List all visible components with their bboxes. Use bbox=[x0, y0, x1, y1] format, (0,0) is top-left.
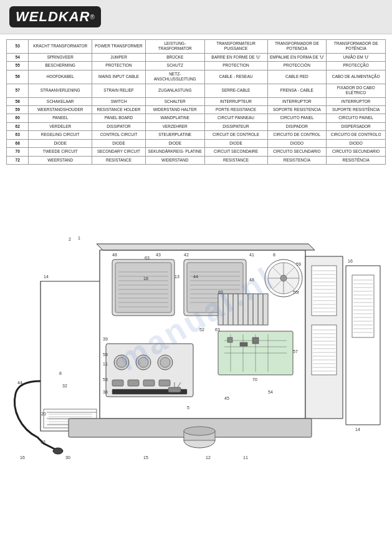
table-cell-4: BARRE EN FORME DE 'U' bbox=[204, 53, 267, 61]
table-cell-6: RESISTÊNCIA bbox=[327, 156, 386, 164]
table-row: 58SCHAKELAARSWITCHSCHALTERINTERRUPTEURIN… bbox=[7, 97, 386, 105]
table-cell-0: 68 bbox=[7, 139, 29, 147]
table-cell-0: 63 bbox=[7, 131, 29, 139]
header: WELDKAR® bbox=[0, 0, 392, 34]
svg-text:2: 2 bbox=[69, 237, 71, 241]
svg-text:38: 38 bbox=[103, 390, 108, 394]
svg-text:8: 8 bbox=[273, 253, 275, 257]
table-cell-1: VERDELER bbox=[29, 122, 92, 130]
table-cell-2: CONTROL CIRCUIT bbox=[92, 131, 146, 139]
table-cell-0: 62 bbox=[7, 122, 29, 130]
svg-text:30: 30 bbox=[65, 455, 70, 460]
table-cell-4: PORTE RESISTANCE bbox=[204, 105, 267, 114]
svg-text:20: 20 bbox=[41, 412, 46, 416]
parts-table: 53KRACHT TRANSFORMATORPOWER TRANSFORMERL… bbox=[6, 39, 386, 165]
svg-text:11: 11 bbox=[243, 455, 248, 460]
svg-text:70: 70 bbox=[252, 377, 257, 382]
table-row: 59WEERSTANDSHOUDERRESISTANCE HOLDERWIDER… bbox=[7, 105, 386, 114]
svg-text:48: 48 bbox=[249, 278, 254, 282]
svg-text:59: 59 bbox=[103, 352, 108, 357]
table-cell-1: WEERSTAND bbox=[29, 156, 92, 164]
table-cell-3: WIDERSTAND HALTER bbox=[145, 105, 204, 114]
table-cell-4: CIRCUIT DE CONTROLE bbox=[204, 131, 267, 139]
table-cell-4: TRANSFORMATEUR PUISSANCE bbox=[204, 40, 267, 54]
table-cell-6: CABO DE ALIMENTAÇÃO bbox=[327, 70, 386, 84]
svg-text:44: 44 bbox=[17, 380, 22, 385]
table-cell-3: SEKUNDÄRKREIS- PLATINE bbox=[145, 148, 204, 156]
table-cell-4: CIRCUIT PANNEAU bbox=[204, 114, 267, 122]
table-cell-6: DISPERSADOR bbox=[327, 122, 386, 130]
svg-rect-90 bbox=[159, 380, 170, 386]
table-row: 56HOOFDKABELMAINS INPUT CABLENETZ- ANSCH… bbox=[7, 70, 386, 84]
table-cell-4: DIODE bbox=[204, 139, 267, 147]
svg-text:13: 13 bbox=[174, 274, 179, 279]
table-cell-3: WIDERSTAND bbox=[145, 156, 204, 164]
table-cell-3: LEISTUNG- TRASFORMATOR bbox=[145, 40, 204, 54]
table-cell-1: SCHAKELAAR bbox=[29, 97, 92, 105]
table-cell-1: HOOFDKABEL bbox=[29, 70, 92, 84]
table-cell-4: RESISTANCE bbox=[204, 156, 267, 164]
table-cell-0: 70 bbox=[7, 148, 29, 156]
table-cell-5: EMPALME EN FORMA DE 'U' bbox=[267, 53, 327, 61]
svg-text:53: 53 bbox=[103, 377, 108, 382]
svg-text:14: 14 bbox=[355, 427, 360, 432]
table-cell-6: TRANSFORMADOR DE POTÊNCIA bbox=[327, 40, 386, 54]
table-row: 63REGELING CIRCUITCONTROL CIRCUITSTEUERP… bbox=[7, 131, 386, 139]
table-cell-5: DISIPADOR bbox=[267, 122, 327, 130]
svg-rect-101 bbox=[240, 342, 247, 346]
svg-rect-53 bbox=[115, 263, 171, 312]
table-cell-1: KRACHT TRANSFORMATOR bbox=[29, 40, 92, 54]
table-cell-3: NETZ- ANSCHLUSSLEITUNG bbox=[145, 70, 204, 84]
table-row: 53KRACHT TRANSFORMATORPOWER TRANSFORMERL… bbox=[7, 40, 386, 54]
svg-text:63: 63 bbox=[145, 256, 150, 260]
table-cell-3: SCHUTZ bbox=[145, 62, 204, 70]
svg-text:43: 43 bbox=[156, 253, 161, 257]
table-row: 62VERDELERDISSIPATORVERZEHRERDISSIPATEUR… bbox=[7, 122, 386, 130]
svg-rect-88 bbox=[128, 380, 139, 386]
table-cell-2: RESISTANCE HOLDER bbox=[92, 105, 146, 114]
table-cell-3: DIODE bbox=[145, 139, 204, 147]
svg-point-113 bbox=[53, 448, 63, 454]
table-cell-3: WANDPLATINE bbox=[145, 114, 204, 122]
table-cell-3: STEUERPLATINE bbox=[145, 131, 204, 139]
table-cell-2: JUMPER bbox=[92, 53, 146, 61]
svg-text:8: 8 bbox=[59, 371, 62, 375]
svg-point-82 bbox=[117, 357, 127, 367]
svg-text:41: 41 bbox=[249, 253, 254, 257]
svg-text:52: 52 bbox=[199, 327, 204, 332]
table-cell-4: CABLE - RESEAU bbox=[204, 70, 267, 84]
svg-text:5: 5 bbox=[187, 405, 189, 410]
svg-text:33: 33 bbox=[41, 440, 45, 444]
table-cell-6: CIRCUITO PAINEL bbox=[327, 114, 386, 122]
table-cell-6: PROTECÇÃO bbox=[327, 62, 386, 70]
table-cell-5: CABLE RED bbox=[267, 70, 327, 84]
svg-text:1: 1 bbox=[78, 236, 80, 240]
table-cell-5: FRENSA - CABLE bbox=[267, 84, 327, 97]
table-cell-6: FIXADOR DO CABO ELÉTRICO bbox=[327, 84, 386, 97]
table-cell-2: SECONDARY CIRCUIT bbox=[92, 148, 146, 156]
table-cell-0: 55 bbox=[7, 62, 29, 70]
table-cell-4: SERRE-CABLE bbox=[204, 84, 267, 97]
table-cell-5: CIRCUITO DE CONTROL bbox=[267, 131, 327, 139]
table-cell-5: CIRCUITO SECUNDARIO bbox=[267, 148, 327, 156]
table-cell-5: DIODO bbox=[267, 139, 327, 147]
table-cell-5: PROTECCIÓN bbox=[267, 62, 327, 70]
svg-text:44: 44 bbox=[193, 274, 198, 279]
table-cell-2: PANEL BOARD bbox=[92, 114, 146, 122]
table-row: 57STRAANVERLENINGSTRAIN RELIEFZUGANLASTU… bbox=[7, 84, 386, 97]
table-cell-5: TRANSFORMADOR DE POTENCIA bbox=[267, 40, 327, 54]
table-cell-0: 53 bbox=[7, 40, 29, 54]
svg-text:32: 32 bbox=[62, 384, 67, 388]
table-cell-2: RESISTANCE bbox=[92, 156, 146, 164]
table-cell-0: 59 bbox=[7, 105, 29, 114]
table-row: 54SPRINGVEERJUMPERBRÜCKEBARRE EN FORME D… bbox=[7, 53, 386, 61]
svg-text:63: 63 bbox=[215, 327, 220, 332]
table-cell-5: INTERRUPTOR bbox=[267, 97, 327, 105]
table-cell-0: 72 bbox=[7, 156, 29, 164]
table-cell-2: PROTECTION bbox=[92, 62, 146, 70]
table-cell-5: SOPORTE RESISTENCIA bbox=[267, 105, 327, 114]
table-cell-0: 56 bbox=[7, 70, 29, 84]
table-cell-5: RESISTENCIA bbox=[267, 156, 327, 164]
svg-point-79 bbox=[280, 275, 287, 281]
svg-point-86 bbox=[160, 357, 170, 367]
